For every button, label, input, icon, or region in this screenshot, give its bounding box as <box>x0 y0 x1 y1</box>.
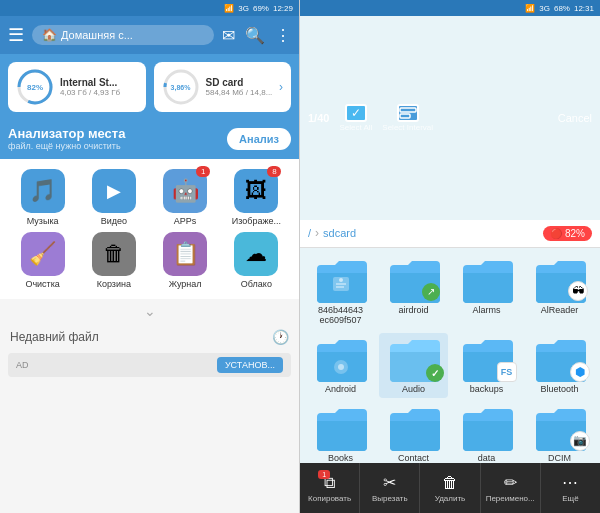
analyzer-title: Анализатор места <box>8 126 125 141</box>
folder-label: airdroid <box>398 305 428 316</box>
folder-icon-wrap <box>313 405 369 451</box>
folder-item-alreader[interactable]: 🕶 AlReader <box>525 254 594 330</box>
home-icon: 🏠 <box>42 28 57 42</box>
folder-item-backups[interactable]: FS backups <box>452 333 521 398</box>
copy-badge: 1 <box>318 470 330 479</box>
app-item-trash[interactable]: 🗑 Корзина <box>81 232 146 289</box>
folder-alreader-badge: 🕶 <box>568 281 588 301</box>
folder-label: AlReader <box>541 305 579 316</box>
bluetooth-bt-badge: ⬢ <box>570 362 590 382</box>
app-clean-label: Очистка <box>25 279 59 289</box>
app-item-apps[interactable]: 🤖 1 APPs <box>153 169 218 226</box>
svg-point-11 <box>338 364 344 370</box>
folder-label: data <box>478 453 496 463</box>
storage-cards: 82% Internal St... 4,03 Гб / 4,93 Гб 3,8… <box>0 54 299 120</box>
folder-item-android[interactable]: Android <box>306 333 375 398</box>
analyzer-section: Анализатор места файл. ещё нужно очистит… <box>0 120 299 159</box>
folder-item-dcim[interactable]: 📷 DCIM <box>525 402 594 463</box>
header-right-icons: ✉ 🔍 ⋮ <box>222 26 291 45</box>
left-time: 12:29 <box>273 4 293 13</box>
app-music-icon: 🎵 <box>21 169 65 213</box>
analyze-button[interactable]: Анализ <box>227 128 291 150</box>
select-interval-button[interactable]: Select Interval <box>382 104 433 132</box>
folder-icon-wrap: 📷 <box>532 405 588 451</box>
copy-icon: ⧉1 <box>324 474 335 492</box>
app-item-cloud[interactable]: ☁ Облако <box>224 232 289 289</box>
cut-label: Вырезать <box>372 494 408 503</box>
chevron-down-icon: ⌄ <box>144 303 156 319</box>
audio-check-badge: ✓ <box>426 364 444 382</box>
app-item-photos[interactable]: 🖼 8 Изображе... <box>224 169 289 226</box>
right-time: 12:31 <box>574 4 594 13</box>
app-journal-icon: 📋 <box>163 232 207 276</box>
chevron-row: ⌄ <box>0 299 299 323</box>
backups-fs-badge: FS <box>497 362 517 382</box>
folder-airdroid-badge: ↗ <box>422 283 440 301</box>
app-photos-icon: 🖼 8 <box>234 169 278 213</box>
internal-progress-circle: 82% <box>16 68 54 106</box>
install-button[interactable]: УСТАНОВ... <box>217 357 283 373</box>
hamburger-icon[interactable]: ☰ <box>8 24 24 46</box>
folder-label: Books <box>328 453 353 463</box>
app-item-journal[interactable]: 📋 Журнал <box>153 232 218 289</box>
folder-icon-wrap <box>459 405 515 451</box>
sdcard-storage-card[interactable]: 3,86% SD card 584,84 Мб / 14,8... › <box>154 62 292 112</box>
sdcard-storage-name: SD card <box>206 77 274 88</box>
folder-label: backups <box>470 384 504 395</box>
internal-storage-info: Internal St... 4,03 Гб / 4,93 Гб <box>60 77 138 97</box>
search-icon[interactable]: 🔍 <box>245 26 265 45</box>
folder-item-bluetooth[interactable]: ⬢ Bluetooth <box>525 333 594 398</box>
right-status-bar: 📶 3G 68% 12:31 <box>300 0 600 16</box>
action-rename-button[interactable]: ✏ Переимено... <box>481 463 541 513</box>
folder-item-data[interactable]: data <box>452 402 521 463</box>
breadcrumb-root[interactable]: / <box>308 227 311 239</box>
action-copy-button[interactable]: ⧉1 Копировать <box>300 463 360 513</box>
right-signal-icon: 📶 <box>525 4 535 13</box>
app-music-label: Музыка <box>27 216 59 226</box>
folder-item-alarms[interactable]: Alarms <box>452 254 521 330</box>
left-battery-label: 69% <box>253 4 269 13</box>
more-icon[interactable]: ⋮ <box>275 26 291 45</box>
folder-icon-wrap: ↗ <box>386 257 442 303</box>
select-all-label: Select All <box>339 123 372 132</box>
internal-percent-label: 82% <box>27 83 43 92</box>
app-item-video[interactable]: ▶ Видео <box>81 169 146 226</box>
cancel-button[interactable]: Cancel <box>558 112 592 124</box>
home-button[interactable]: 🏠 Домашняя с... <box>32 25 214 45</box>
breadcrumb-sdcard[interactable]: sdcard <box>323 227 356 239</box>
folder-item-846b[interactable]: 846b44643ec609f507 <box>306 254 375 330</box>
folder-item-airdroid[interactable]: ↗ airdroid <box>379 254 448 330</box>
folder-item-audio[interactable]: ✓ Audio <box>379 333 448 398</box>
folder-icon-wrap: ✓ <box>386 336 442 382</box>
app-apps-icon: 🤖 1 <box>163 169 207 213</box>
folder-icon-wrap: ⬢ <box>532 336 588 382</box>
action-delete-button[interactable]: 🗑 Удалить <box>420 463 480 513</box>
action-cut-button[interactable]: ✂ Вырезать <box>360 463 420 513</box>
app-journal-label: Журнал <box>169 279 202 289</box>
folder-icon-wrap <box>313 257 369 303</box>
select-all-button[interactable]: ✓ Select All <box>339 104 372 132</box>
copy-label: Копировать <box>308 494 351 503</box>
action-more-button[interactable]: ⋯ Ещё <box>541 463 600 513</box>
recent-clock-icon: 🕐 <box>272 329 289 345</box>
app-cloud-icon: ☁ <box>234 232 278 276</box>
rename-icon: ✏ <box>504 473 517 492</box>
storage-badge: 🔴 82% <box>543 226 592 241</box>
app-item-clean[interactable]: 🧹 Очистка <box>10 232 75 289</box>
app-apps-label: APPs <box>174 216 197 226</box>
internal-storage-card[interactable]: 82% Internal St... 4,03 Гб / 4,93 Гб <box>8 62 146 112</box>
recent-title: Недавний файл <box>10 330 99 344</box>
folder-item-contact[interactable]: Contact <box>379 402 448 463</box>
app-video-icon: ▶ <box>92 169 136 213</box>
analyzer-text: Анализатор места файл. ещё нужно очистит… <box>8 126 125 151</box>
folder-label: DCIM <box>548 453 571 463</box>
folder-icon-wrap <box>386 405 442 451</box>
mail-icon[interactable]: ✉ <box>222 26 235 45</box>
select-all-icon: ✓ <box>345 104 367 122</box>
left-signal-icon: 📶 <box>224 4 234 13</box>
folder-item-books[interactable]: Books <box>306 402 375 463</box>
app-item-music[interactable]: 🎵 Музыка <box>10 169 75 226</box>
more-label: Ещё <box>562 494 578 503</box>
photos-badge: 8 <box>267 166 281 177</box>
folder-label: Audio <box>402 384 425 395</box>
